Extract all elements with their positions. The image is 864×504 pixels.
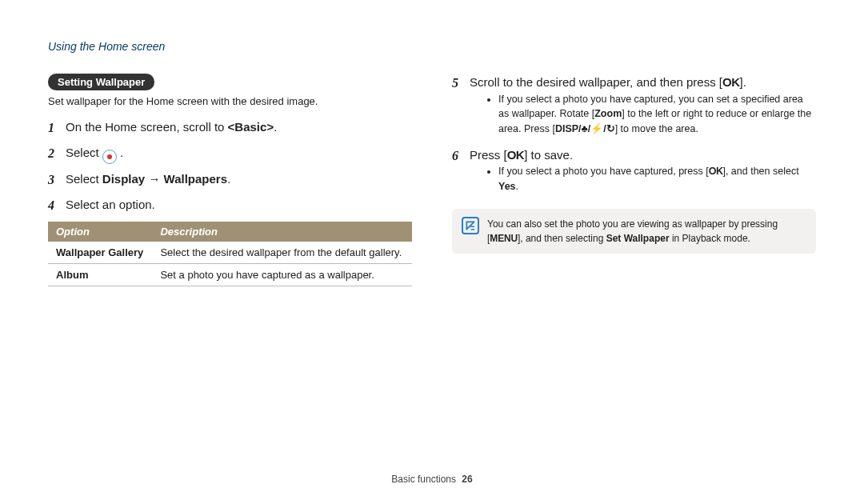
text: ] to save. xyxy=(524,148,573,162)
text: ]. xyxy=(740,75,746,89)
bold-text: Display → Wallpapers xyxy=(102,172,227,186)
section-lead: Set wallpaper for the Home screen with t… xyxy=(48,95,412,107)
page-footer: Basic functions 26 xyxy=(0,474,864,485)
step-text: Select an option. xyxy=(66,196,412,214)
step-4: 4 Select an option. xyxy=(48,196,412,215)
text: . xyxy=(117,146,123,159)
page-number: 26 xyxy=(462,474,472,485)
text: in Playback mode. xyxy=(670,233,750,244)
ok-button-label: OK xyxy=(722,75,740,89)
table-header-option: Option xyxy=(48,222,152,242)
section-pill: Setting Wallpaper xyxy=(48,74,154,90)
bold-text: Set Wallpaper xyxy=(606,233,670,244)
footer-section: Basic functions xyxy=(391,474,456,485)
bold-text: Zoom xyxy=(594,108,622,119)
note-text: You can also set the photo you are viewi… xyxy=(487,217,806,246)
manual-page: Using the Home screen Setting Wallpaper … xyxy=(0,0,864,504)
menu-button-label: MENU xyxy=(490,233,518,244)
step-6: 6 Press [OK] to save. If you select a ph… xyxy=(452,146,816,198)
step-2: 2 Select . xyxy=(48,144,412,164)
text: On the Home screen, scroll to xyxy=(66,120,228,134)
text: . xyxy=(227,172,230,186)
text: . xyxy=(274,120,277,134)
text: ] to move the area. xyxy=(615,123,698,134)
step-text: Scroll to the desired wallpaper, and the… xyxy=(470,74,816,140)
text: Select xyxy=(66,172,102,186)
step-number: 5 xyxy=(452,74,463,93)
step-text: On the Home screen, scroll to <Basic>. xyxy=(66,118,412,137)
step-number: 3 xyxy=(48,170,59,190)
text: Scroll to the desired wallpaper, and the… xyxy=(470,75,722,89)
ok-button-label: OK xyxy=(507,148,525,162)
step-1: 1 On the Home screen, scroll to <Basic>. xyxy=(48,118,412,138)
left-column: Setting Wallpaper Set wallpaper for the … xyxy=(48,74,412,286)
right-column: 5 Scroll to the desired wallpaper, and t… xyxy=(452,74,816,286)
step-number: 6 xyxy=(452,146,463,166)
note-callout: You can also set the photo you are viewi… xyxy=(452,209,816,254)
bullet-item: If you select a photo you have captured,… xyxy=(498,164,816,194)
disp-buttons-label: DISP/♣/⚡/↻ xyxy=(555,123,615,134)
target-icon xyxy=(102,150,117,164)
text: . xyxy=(516,181,518,192)
text: Press [ xyxy=(470,148,507,162)
table-row: Wallpaper Gallery Select the desired wal… xyxy=(48,242,412,264)
ok-button-label: OK xyxy=(709,166,723,177)
step-3: 3 Select Display → Wallpapers. xyxy=(48,170,412,190)
bold-text: <Basic> xyxy=(228,120,274,134)
sub-bullets: If you select a photo you have captured,… xyxy=(487,164,816,194)
step-text: Select Display → Wallpapers. xyxy=(66,170,412,189)
text: ], and then selecting xyxy=(518,233,606,244)
bold-text: Yes xyxy=(498,181,516,192)
option-cell: Album xyxy=(48,264,152,286)
text: ], and then select xyxy=(722,166,798,177)
step-number: 4 xyxy=(48,196,59,215)
text: Select xyxy=(66,146,102,159)
description-cell: Select the desired wallpaper from the de… xyxy=(152,242,412,264)
breadcrumb: Using the Home screen xyxy=(48,40,816,53)
note-icon xyxy=(462,217,479,234)
table-header-description: Description xyxy=(152,222,412,242)
step-text: Press [OK] to save. If you select a phot… xyxy=(470,146,816,198)
options-table: Option Description Wallpaper Gallery Sel… xyxy=(48,222,412,286)
bullet-item: If you select a photo you have captured,… xyxy=(498,92,816,137)
two-column-layout: Setting Wallpaper Set wallpaper for the … xyxy=(48,74,816,286)
step-number: 1 xyxy=(48,118,59,138)
option-cell: Wallpaper Gallery xyxy=(48,242,152,264)
step-5: 5 Scroll to the desired wallpaper, and t… xyxy=(452,74,816,140)
text: If you select a photo you have captured,… xyxy=(498,166,709,177)
step-text: Select . xyxy=(66,144,412,164)
sub-bullets: If you select a photo you have captured,… xyxy=(487,92,816,137)
table-row: Album Set a photo you have captured as a… xyxy=(48,264,412,286)
description-cell: Set a photo you have captured as a wallp… xyxy=(152,264,412,286)
step-number: 2 xyxy=(48,144,59,163)
